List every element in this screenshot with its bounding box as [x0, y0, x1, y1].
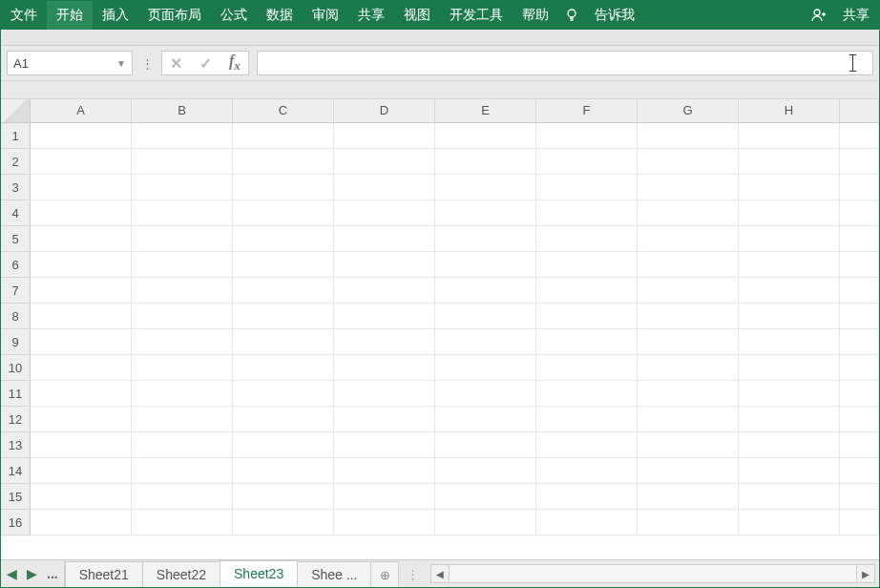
cell[interactable] — [840, 381, 879, 407]
cell[interactable] — [435, 432, 536, 458]
cell[interactable] — [638, 226, 739, 252]
cell[interactable] — [334, 432, 435, 458]
cell[interactable] — [132, 484, 233, 510]
cell[interactable] — [233, 175, 334, 200]
row-header[interactable]: 8 — [1, 304, 31, 329]
add-sheet-button[interactable]: ⊕ — [370, 561, 399, 587]
col-header[interactable]: A — [31, 99, 132, 122]
cell[interactable] — [435, 355, 536, 381]
cell[interactable] — [638, 484, 739, 510]
cell[interactable] — [840, 278, 879, 304]
cell[interactable] — [739, 278, 840, 304]
scroll-right-icon[interactable]: ▶ — [856, 564, 875, 583]
cell[interactable] — [31, 149, 132, 175]
cell[interactable] — [536, 458, 638, 484]
cell[interactable] — [31, 484, 132, 510]
cell[interactable] — [536, 304, 638, 329]
cell[interactable] — [334, 175, 435, 200]
cell[interactable] — [334, 123, 435, 149]
sheet-tab[interactable]: Sheet21 — [65, 561, 143, 587]
cell[interactable] — [334, 304, 435, 329]
row-header[interactable]: 5 — [1, 226, 31, 252]
row-header[interactable]: 11 — [1, 381, 31, 407]
cell[interactable] — [334, 252, 435, 278]
cell[interactable] — [840, 123, 879, 149]
col-header[interactable]: F — [536, 99, 638, 122]
cell[interactable] — [435, 458, 536, 484]
cell[interactable] — [334, 458, 435, 484]
cell[interactable] — [132, 123, 233, 149]
ribbon-tab-formulas[interactable]: 公式 — [211, 1, 257, 30]
cell[interactable] — [739, 304, 840, 329]
cell[interactable] — [31, 123, 132, 149]
cancel-icon[interactable]: ✕ — [170, 54, 182, 73]
cell[interactable] — [132, 432, 233, 458]
col-header[interactable]: C — [233, 99, 334, 122]
cell[interactable] — [840, 484, 879, 510]
ribbon-tab-data[interactable]: 数据 — [257, 1, 303, 30]
sheet-tab[interactable]: Shee ... — [297, 561, 371, 587]
cell[interactable] — [132, 355, 233, 381]
cell[interactable] — [638, 510, 739, 536]
sheet-tab[interactable]: Sheet22 — [142, 561, 220, 587]
cell[interactable] — [638, 381, 739, 407]
chevron-down-icon[interactable]: ▼ — [116, 58, 126, 69]
cell[interactable] — [132, 200, 233, 226]
sheet-nav-overflow[interactable]: ... — [47, 566, 58, 581]
cell[interactable] — [536, 252, 638, 278]
cell[interactable] — [132, 226, 233, 252]
cell[interactable] — [233, 200, 334, 226]
share-person-icon[interactable] — [805, 1, 833, 30]
cell[interactable] — [739, 355, 840, 381]
cell[interactable] — [233, 304, 334, 329]
cell[interactable] — [840, 458, 879, 484]
cell[interactable] — [334, 381, 435, 407]
cell[interactable] — [536, 226, 638, 252]
sheet-tab-active[interactable]: Sheet23 — [220, 560, 298, 587]
cell[interactable] — [739, 123, 840, 149]
cell[interactable] — [31, 200, 132, 226]
cell[interactable] — [233, 458, 334, 484]
cell[interactable] — [638, 123, 739, 149]
drag-handle-icon[interactable]: ⋮ — [140, 56, 154, 71]
cell[interactable] — [132, 329, 233, 355]
col-header[interactable]: H — [739, 99, 840, 122]
row-header[interactable]: 4 — [1, 200, 31, 226]
cell[interactable] — [334, 510, 435, 536]
cell[interactable] — [739, 510, 840, 536]
cell[interactable] — [435, 226, 536, 252]
ribbon-tab-file[interactable]: 文件 — [1, 1, 47, 30]
cell[interactable] — [233, 123, 334, 149]
cell[interactable] — [132, 278, 233, 304]
cell[interactable] — [435, 329, 536, 355]
cell[interactable] — [536, 510, 638, 536]
cell[interactable] — [536, 407, 638, 432]
cell[interactable] — [31, 278, 132, 304]
cell[interactable] — [638, 355, 739, 381]
scroll-left-icon[interactable]: ◀ — [430, 564, 450, 583]
ribbon-tab-dev[interactable]: 开发工具 — [440, 1, 513, 30]
cell[interactable] — [840, 252, 879, 278]
cell[interactable] — [840, 226, 879, 252]
col-header[interactable]: B — [132, 99, 233, 122]
cell[interactable] — [334, 355, 435, 381]
cell[interactable] — [840, 200, 879, 226]
cell[interactable] — [233, 432, 334, 458]
row-header[interactable]: 15 — [1, 484, 31, 510]
cell[interactable] — [233, 484, 334, 510]
select-all-corner[interactable] — [1, 99, 31, 122]
cell[interactable] — [334, 200, 435, 226]
cell[interactable] — [334, 149, 435, 175]
cell[interactable] — [334, 407, 435, 432]
cell[interactable] — [233, 278, 334, 304]
cell[interactable] — [31, 381, 132, 407]
cell[interactable] — [334, 329, 435, 355]
cell[interactable] — [435, 175, 536, 200]
cell[interactable] — [739, 484, 840, 510]
ribbon-tab-review[interactable]: 审阅 — [303, 1, 348, 30]
ribbon-tab-pagelayout[interactable]: 页面布局 — [138, 1, 211, 30]
cell[interactable] — [536, 432, 638, 458]
cell[interactable] — [638, 407, 739, 432]
cell[interactable] — [435, 278, 536, 304]
ribbon-tab-home[interactable]: 开始 — [47, 1, 93, 30]
